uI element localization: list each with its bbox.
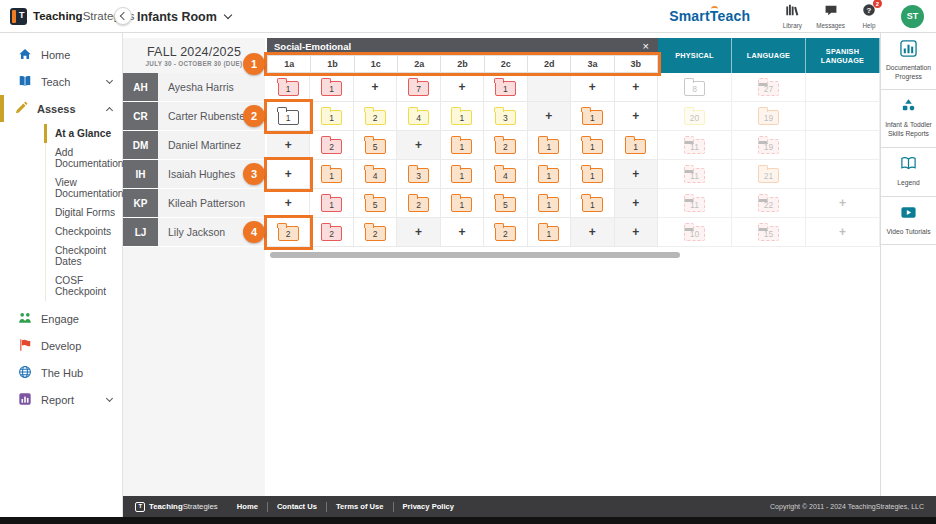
sidebar-subitem-cosf-checkpoint[interactable]: COSF Checkpoint bbox=[46, 271, 122, 301]
add-documentation-plus-icon[interactable]: + bbox=[285, 139, 292, 151]
add-documentation-plus-icon[interactable]: + bbox=[415, 226, 422, 238]
documentation-folder-icon[interactable]: 2 bbox=[408, 197, 429, 212]
documentation-folder-icon[interactable]: 20 bbox=[684, 110, 705, 125]
cell-ah-3a[interactable]: + bbox=[571, 73, 614, 102]
area-cell-ah-language[interactable]: 27 bbox=[732, 73, 806, 102]
sidebar-item-engage[interactable]: Engage bbox=[0, 305, 122, 332]
sidebar-item-thehub[interactable]: The Hub bbox=[0, 359, 122, 386]
tool-documentation-progress[interactable]: Documentation Progress bbox=[881, 33, 936, 90]
cell-cr-1c[interactable]: 2 bbox=[354, 102, 397, 131]
area-cell-cr-physical[interactable]: 20 bbox=[658, 102, 732, 131]
cell-ih-2d[interactable]: 1 bbox=[528, 160, 571, 189]
documentation-folder-icon[interactable]: 1 bbox=[321, 168, 342, 183]
cell-kp-2c[interactable]: 5 bbox=[484, 189, 527, 218]
sidebar-item-teach[interactable]: Teach bbox=[0, 68, 122, 95]
tool-infant-toddler-skills-reports[interactable]: Infant & Toddler Skills Reports bbox=[881, 90, 936, 147]
documentation-folder-icon[interactable]: 4 bbox=[365, 168, 386, 183]
area-cell-ih-spanish-language[interactable] bbox=[806, 160, 880, 189]
collapse-sidebar-button[interactable] bbox=[114, 7, 132, 25]
cell-lj-2d[interactable]: 1 bbox=[528, 218, 571, 247]
area-header-language[interactable]: LANGUAGE bbox=[732, 38, 806, 73]
cell-ih-2c[interactable]: 4 bbox=[484, 160, 527, 189]
sidebar-item-assess[interactable]: Assess bbox=[0, 95, 122, 122]
area-cell-kp-physical[interactable]: 11 bbox=[658, 189, 732, 218]
room-selector[interactable]: Infants Room bbox=[137, 0, 231, 33]
add-documentation-plus-icon[interactable]: + bbox=[545, 110, 552, 122]
cell-ih-1c[interactable]: 4 bbox=[354, 160, 397, 189]
area-cell-ih-physical[interactable]: 11 bbox=[658, 160, 732, 189]
documentation-folder-icon[interactable]: 27 bbox=[758, 81, 779, 96]
user-avatar[interactable]: ST bbox=[901, 5, 924, 28]
documentation-folder-icon[interactable]: 1 bbox=[451, 168, 472, 183]
sidebar-item-home[interactable]: Home bbox=[0, 41, 122, 68]
documentation-folder-icon[interactable]: 21 bbox=[758, 168, 779, 183]
documentation-folder-icon[interactable]: 2 bbox=[278, 226, 299, 241]
add-documentation-plus-icon[interactable]: + bbox=[839, 197, 846, 209]
documentation-folder-icon[interactable]: 2 bbox=[321, 139, 342, 154]
cell-ih-1b[interactable]: 1 bbox=[310, 160, 353, 189]
cell-dm-2c[interactable]: 2 bbox=[484, 131, 527, 160]
footer-link-home[interactable]: Home bbox=[237, 502, 258, 511]
cell-dm-2a[interactable]: + bbox=[397, 131, 440, 160]
cell-cr-2a[interactable]: 4 bbox=[397, 102, 440, 131]
cell-ah-3b[interactable]: + bbox=[615, 73, 658, 102]
cell-ah-2c[interactable]: 1 bbox=[484, 73, 527, 102]
cell-ih-2a[interactable]: 3 bbox=[397, 160, 440, 189]
area-cell-lj-physical[interactable]: 10 bbox=[658, 218, 732, 247]
sidebar-item-report[interactable]: Report bbox=[0, 386, 122, 413]
add-documentation-plus-icon[interactable]: + bbox=[632, 110, 639, 122]
cell-dm-2d[interactable]: 1 bbox=[528, 131, 571, 160]
documentation-folder-icon[interactable]: 1 bbox=[451, 110, 472, 125]
documentation-folder-icon[interactable]: 1 bbox=[538, 226, 559, 241]
cell-cr-3a[interactable]: 1 bbox=[571, 102, 614, 131]
cell-kp-3b[interactable]: + bbox=[615, 189, 658, 218]
documentation-folder-icon[interactable]: 5 bbox=[495, 197, 516, 212]
documentation-folder-icon[interactable]: 11 bbox=[684, 168, 705, 183]
documentation-folder-icon[interactable]: 1 bbox=[321, 197, 342, 212]
sidebar-subitem-checkpoint-dates[interactable]: Checkpoint Dates bbox=[46, 241, 122, 271]
documentation-folder-icon[interactable]: 1 bbox=[625, 139, 646, 154]
objective-header-2b[interactable]: 2b bbox=[441, 55, 484, 73]
topbar-action-messages[interactable]: Messages bbox=[816, 3, 845, 29]
cell-dm-3a[interactable]: 1 bbox=[571, 131, 614, 160]
cell-ah-1a[interactable]: 1 bbox=[267, 73, 310, 102]
cell-ah-2a[interactable]: 7 bbox=[397, 73, 440, 102]
cell-kp-3a[interactable]: 1 bbox=[571, 189, 614, 218]
add-documentation-plus-icon[interactable]: + bbox=[839, 226, 846, 238]
cell-cr-2d[interactable]: + bbox=[528, 102, 571, 131]
documentation-folder-icon[interactable]: 2 bbox=[321, 226, 342, 241]
documentation-folder-icon[interactable]: 11 bbox=[684, 197, 705, 212]
area-cell-ih-language[interactable]: 21 bbox=[732, 160, 806, 189]
documentation-folder-icon[interactable]: 2 bbox=[495, 226, 516, 241]
area-header-physical[interactable]: PHYSICAL bbox=[658, 38, 732, 73]
documentation-folder-icon[interactable]: 1 bbox=[582, 168, 603, 183]
area-cell-lj-spanish-language[interactable]: + bbox=[806, 218, 880, 247]
cell-lj-3b[interactable]: + bbox=[615, 218, 658, 247]
cell-lj-2a[interactable]: + bbox=[397, 218, 440, 247]
documentation-folder-icon[interactable]: 1 bbox=[278, 81, 299, 96]
cell-lj-3a[interactable]: + bbox=[571, 218, 614, 247]
cell-dm-3b[interactable]: 1 bbox=[615, 131, 658, 160]
cell-lj-2c[interactable]: 2 bbox=[484, 218, 527, 247]
footer-link-contact-us[interactable]: Contact Us bbox=[277, 502, 317, 511]
horizontal-scrollbar[interactable] bbox=[270, 252, 680, 258]
documentation-folder-icon[interactable]: 1 bbox=[582, 110, 603, 125]
tool-legend[interactable]: Legend bbox=[881, 148, 936, 197]
documentation-folder-icon[interactable]: 1 bbox=[538, 197, 559, 212]
cell-lj-2b[interactable]: + bbox=[441, 218, 484, 247]
cell-lj-1c[interactable]: 2 bbox=[354, 218, 397, 247]
cell-ih-2b[interactable]: 1 bbox=[441, 160, 484, 189]
documentation-folder-icon[interactable]: 19 bbox=[758, 139, 779, 154]
area-cell-ah-physical[interactable]: 8 bbox=[658, 73, 732, 102]
cell-dm-2b[interactable]: 1 bbox=[441, 131, 484, 160]
documentation-folder-icon[interactable]: 15 bbox=[758, 226, 779, 241]
topbar-action-library[interactable]: Library bbox=[778, 3, 806, 29]
area-cell-cr-spanish-language[interactable] bbox=[806, 102, 880, 131]
add-documentation-plus-icon[interactable]: + bbox=[458, 81, 465, 93]
area-cell-lj-language[interactable]: 15 bbox=[732, 218, 806, 247]
documentation-folder-icon[interactable]: 5 bbox=[365, 139, 386, 154]
area-cell-dm-physical[interactable]: 11 bbox=[658, 131, 732, 160]
cell-kp-1c[interactable]: 5 bbox=[354, 189, 397, 218]
cell-ah-1c[interactable]: + bbox=[354, 73, 397, 102]
area-cell-ah-spanish-language[interactable] bbox=[806, 73, 880, 102]
